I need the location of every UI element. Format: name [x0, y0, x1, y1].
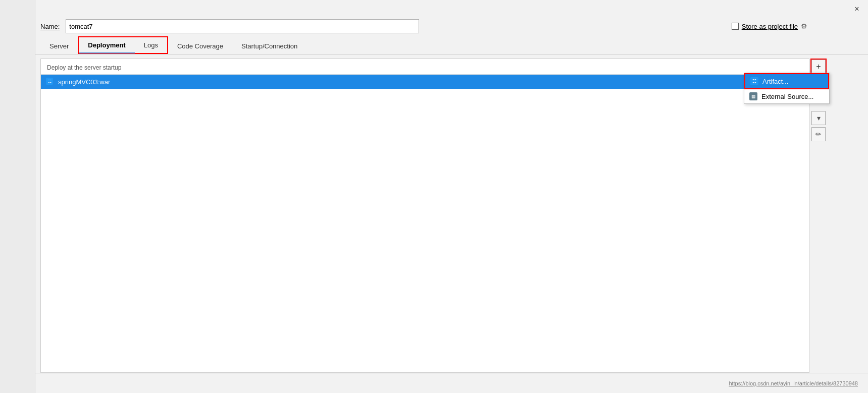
gear-icon[interactable]: ⚙ [801, 22, 807, 30]
close-button[interactable]: × [852, 4, 862, 14]
dropdown-item-external-source[interactable]: ▦ External Source... [744, 89, 829, 103]
right-toolbar: + ☷ Artifact... ▦ External Source... ▾ ✏ [809, 54, 828, 373]
external-source-icon: ▦ [749, 92, 757, 100]
header-row: Name: Store as project file ⚙ [0, 16, 868, 36]
bottom-bar: https://blog.csdn.net/ayin_in/article/de… [0, 373, 868, 393]
artifact-icon: ☷ [750, 77, 758, 85]
store-project-area: Store as project file ⚙ [732, 22, 807, 30]
dropdown-item-artifact[interactable]: ☷ Artifact... [744, 73, 829, 89]
dropdown-menu: ☷ Artifact... ▦ External Source... [744, 73, 830, 104]
tab-code-coverage[interactable]: Code Coverage [168, 38, 232, 54]
deployment-section-label: Deploy at the server startup [41, 59, 809, 75]
tab-logs[interactable]: Logs [135, 37, 167, 53]
war-icon-inner [46, 78, 53, 85]
list-item[interactable]: springMVC03:war [41, 75, 809, 89]
store-project-label: Store as project file [742, 23, 798, 30]
edit-button[interactable]: ✏ [811, 127, 826, 141]
move-down-button[interactable]: ▾ [811, 111, 826, 125]
main-content: Deploy at the server startup springMVC03… [0, 54, 868, 373]
item-name: springMVC03:war [58, 78, 110, 86]
tabs-row: Server Deployment Logs Code Coverage Sta… [0, 36, 868, 54]
footer-link[interactable]: https://blog.csdn.net/ayin_in/article/de… [729, 380, 858, 386]
deployment-panel: Deploy at the server startup springMVC03… [40, 59, 809, 373]
external-source-label: External Source... [761, 93, 813, 100]
tab-deployment[interactable]: Deployment [79, 37, 134, 53]
artifact-label: Artifact... [762, 78, 788, 85]
war-icon [46, 78, 54, 86]
name-label: Name: [40, 23, 60, 30]
tab-startup-connection[interactable]: Startup/Connection [232, 38, 307, 54]
store-project-checkbox[interactable] [732, 23, 739, 30]
run-configuration-dialog: × Name: Store as project file ⚙ Server D… [0, 0, 868, 393]
add-button[interactable]: + [811, 60, 826, 74]
name-input[interactable] [66, 19, 419, 33]
title-bar: × [0, 0, 868, 16]
tab-server[interactable]: Server [40, 38, 78, 54]
items-list: springMVC03:war [41, 75, 809, 372]
